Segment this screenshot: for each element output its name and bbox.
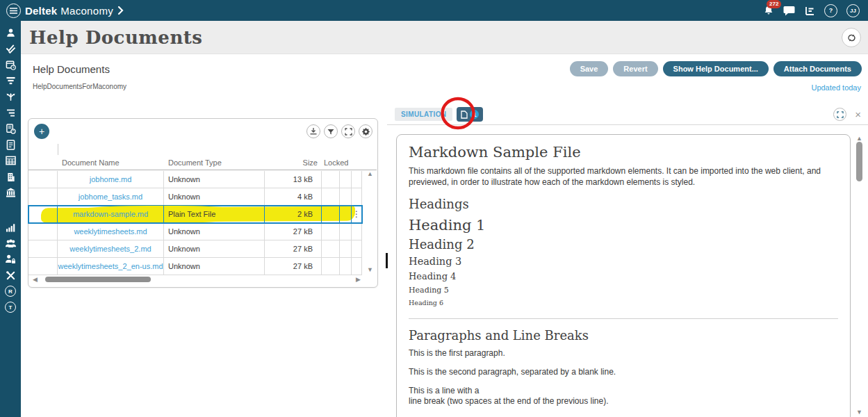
markdown-title: Markdown Sample File bbox=[409, 144, 838, 161]
preview-tab-row: SIMULATION 1 × bbox=[387, 104, 868, 125]
double-check-icon[interactable] bbox=[5, 43, 17, 54]
preview-scrollbar[interactable]: ▲ ▼ bbox=[854, 135, 865, 416]
heading-2-sample: Heading 2 bbox=[409, 237, 838, 252]
circle-t-icon[interactable]: T bbox=[5, 302, 16, 313]
document-count-badge: 1 bbox=[470, 110, 479, 119]
settings-gear-icon[interactable] bbox=[359, 124, 372, 138]
page-header: Help Documents bbox=[21, 21, 868, 54]
scroll-left-icon[interactable]: ◀ bbox=[33, 276, 38, 283]
notifications-bell-icon[interactable]: 272 bbox=[763, 5, 774, 16]
scrollbar-thumb[interactable] bbox=[856, 142, 862, 181]
table-row[interactable]: jobhome_tasks.md Unknown 4 kB bbox=[28, 188, 362, 206]
updated-link[interactable]: Updated today bbox=[811, 83, 861, 92]
calendar-clock-icon[interactable] bbox=[5, 59, 17, 70]
scroll-right-icon[interactable]: ▶ bbox=[356, 276, 361, 283]
notification-count-badge: 272 bbox=[767, 0, 781, 8]
refresh-button[interactable] bbox=[842, 28, 861, 47]
avatar[interactable]: JJ bbox=[846, 4, 860, 17]
document-icon[interactable] bbox=[5, 139, 17, 150]
revert-button[interactable]: Revert bbox=[613, 61, 657, 76]
analyzer-icon[interactable] bbox=[804, 6, 815, 16]
bar-chart-icon[interactable] bbox=[5, 222, 17, 233]
document-icon bbox=[461, 111, 468, 119]
spreadsheet-icon[interactable] bbox=[5, 155, 17, 166]
person-icon[interactable] bbox=[5, 27, 17, 38]
table-row[interactable]: weeklytimesheets.md Unknown 27 kB bbox=[28, 223, 362, 240]
share-branch-icon[interactable] bbox=[5, 91, 17, 102]
heading-4-sample: Heading 4 bbox=[409, 270, 838, 282]
locked-cell bbox=[322, 188, 340, 206]
show-help-document-button[interactable]: Show Help Document... bbox=[663, 61, 769, 76]
filter-funnel-icon[interactable] bbox=[5, 75, 17, 86]
horizontal-scrollbar[interactable]: ◀ ▶ bbox=[33, 274, 361, 285]
document-sync-icon[interactable] bbox=[5, 123, 17, 134]
vertical-scrollbar[interactable]: ▲ ▼ bbox=[365, 170, 375, 273]
locked-cell bbox=[322, 171, 340, 188]
section-paragraphs: Paragraphs and Line Breaks bbox=[409, 328, 838, 343]
filter-icon[interactable] bbox=[324, 124, 338, 138]
locked-cell bbox=[322, 206, 340, 223]
table-header: Document Name Document Type Size Locked bbox=[28, 155, 377, 170]
scroll-up-icon[interactable]: ▲ bbox=[367, 170, 373, 177]
close-icon[interactable]: × bbox=[855, 109, 861, 120]
help-icon[interactable]: ? bbox=[824, 4, 837, 17]
chat-icon[interactable] bbox=[783, 6, 795, 16]
bank-icon[interactable] bbox=[5, 187, 17, 198]
brand-deltek: Deltek bbox=[25, 5, 57, 17]
table-body: jobhome.md Unknown 13 kB jobhome_tasks.m… bbox=[28, 171, 362, 275]
documents-table-panel: + Document Name Docum bbox=[28, 118, 378, 288]
column-divider bbox=[58, 144, 58, 155]
save-button[interactable]: Save bbox=[570, 61, 609, 76]
heading-6-sample: Heading 6 bbox=[409, 298, 838, 307]
download-icon[interactable] bbox=[306, 124, 320, 138]
table-row-selected[interactable]: markdown-sample.md Plain Text File 2 kB … bbox=[28, 206, 362, 223]
workspace-header: Help Documents HelpDocumentsForMaconomy … bbox=[21, 54, 868, 100]
scroll-up-icon[interactable]: ▲ bbox=[856, 135, 862, 142]
hamburger-menu-icon[interactable] bbox=[6, 3, 21, 18]
maximize-preview-button[interactable] bbox=[833, 108, 846, 121]
section-divider bbox=[409, 318, 838, 319]
page-title: Help Documents bbox=[29, 27, 202, 48]
document-name-link[interactable]: weeklytimesheets_2_en-us.md bbox=[58, 258, 164, 275]
document-name-link[interactable]: jobhome.md bbox=[58, 171, 164, 188]
workspace-title: Help Documents bbox=[33, 63, 110, 75]
markdown-preview: Markdown Sample File This markdown file … bbox=[396, 134, 851, 417]
markdown-intro: This markdown file contains all of the s… bbox=[409, 165, 838, 188]
chevron-right-icon[interactable] bbox=[117, 6, 124, 15]
top-bar: Deltek Maconomy 272 ? JJ bbox=[0, 0, 868, 21]
people-group-icon[interactable] bbox=[5, 238, 17, 249]
maximize-icon[interactable] bbox=[341, 124, 355, 138]
attach-documents-button[interactable]: Attach Documents bbox=[773, 61, 862, 76]
panel-splitter-handle[interactable] bbox=[386, 253, 388, 268]
paragraph-sample: This is the first paragraph. bbox=[409, 348, 838, 359]
workspace-subtitle: HelpDocumentsForMaconomy bbox=[33, 83, 126, 90]
document-name-link[interactable]: weeklytimesheets.md bbox=[58, 223, 164, 240]
align-lines-icon[interactable] bbox=[5, 107, 17, 118]
scroll-down-icon[interactable]: ▼ bbox=[856, 409, 862, 416]
paragraph-sample: This is a line with a bbox=[409, 386, 838, 396]
simulation-badge: SIMULATION bbox=[395, 108, 452, 121]
document-tab[interactable]: 1 bbox=[457, 107, 483, 122]
circle-r-icon[interactable]: R bbox=[5, 286, 16, 297]
document-name-link[interactable]: markdown-sample.md bbox=[58, 206, 164, 223]
scroll-down-icon[interactable]: ▼ bbox=[367, 266, 373, 273]
column-header-locked[interactable]: Locked bbox=[322, 158, 340, 167]
table-row[interactable]: jobhome.md Unknown 13 kB bbox=[28, 171, 362, 188]
building-icon[interactable] bbox=[5, 171, 17, 182]
column-header-size[interactable]: Size bbox=[265, 158, 322, 167]
scrollbar-thumb[interactable] bbox=[45, 277, 151, 282]
document-name-link[interactable]: jobhome_tasks.md bbox=[58, 188, 164, 206]
brand-maconomy: Maconomy bbox=[60, 5, 113, 17]
column-header-document-name[interactable]: Document Name bbox=[58, 158, 164, 167]
table-toolbar: + bbox=[34, 123, 372, 140]
add-row-button[interactable]: + bbox=[34, 124, 49, 139]
locked-cell bbox=[322, 240, 340, 258]
document-name-link[interactable]: weeklytimesheets_2.md bbox=[58, 240, 164, 258]
table-row[interactable]: weeklytimesheets_2.md Unknown 27 kB bbox=[28, 240, 362, 258]
tools-icon[interactable] bbox=[5, 270, 17, 281]
person-lock-icon[interactable] bbox=[5, 254, 17, 265]
row-menu-kebab-icon[interactable]: ⋮ bbox=[352, 206, 362, 223]
table-row[interactable]: weeklytimesheets_2_en-us.md Unknown 27 k… bbox=[28, 258, 362, 275]
locked-cell bbox=[322, 258, 340, 275]
column-header-document-type[interactable]: Document Type bbox=[164, 158, 265, 167]
